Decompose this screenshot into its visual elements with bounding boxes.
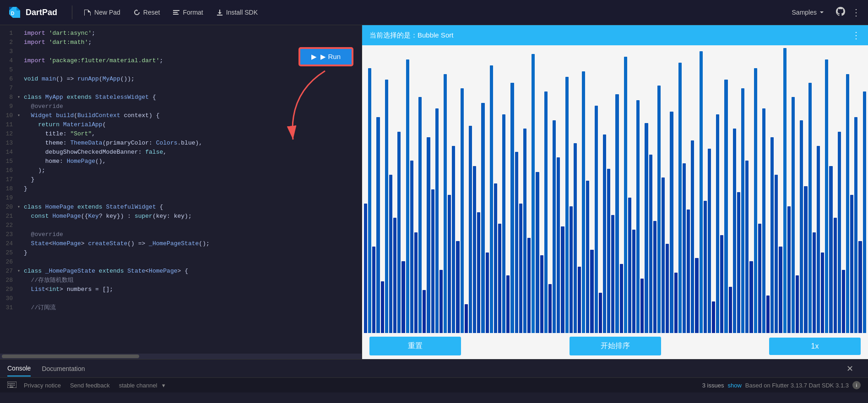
info-icon[interactable]: i [852, 381, 861, 389]
table-row: 24 State<HomePage> createState() => _Hom… [0, 239, 362, 248]
status-right: 3 issues show Based on Flutter 3.13.7 Da… [702, 381, 861, 389]
main-layout: 1 import 'dart:async'; 2 import 'dart:ma… [0, 25, 868, 359]
bar [825, 59, 828, 333]
bar [700, 51, 703, 333]
tab-console[interactable]: Console [7, 361, 31, 376]
table-row: 8 ▾ class MyApp extends StatelessWidget … [0, 93, 362, 102]
send-feedback-link[interactable]: Send feedback [70, 382, 110, 389]
bar [574, 143, 577, 333]
bar [779, 247, 782, 333]
chevron-down-icon [819, 9, 825, 16]
bar [607, 169, 610, 333]
reset-button[interactable]: Reset [129, 6, 165, 19]
sort-button[interactable]: 开始排序 [570, 337, 661, 355]
bar [385, 80, 388, 333]
bar [783, 48, 787, 333]
bar [640, 279, 644, 333]
bar [393, 218, 396, 333]
bar [636, 100, 640, 333]
bar [657, 86, 661, 333]
tab-documentation[interactable]: Documentation [42, 361, 85, 376]
bar [414, 232, 418, 333]
bar [704, 201, 707, 333]
bar [729, 287, 732, 333]
bar [448, 195, 451, 333]
bar [510, 83, 514, 333]
bar [376, 117, 380, 333]
bar [595, 106, 598, 333]
bar [666, 244, 669, 333]
channel-dropdown-icon[interactable]: ▾ [162, 382, 165, 389]
table-row: 5 [0, 65, 362, 75]
bar [737, 192, 740, 333]
svg-rect-4 [173, 10, 179, 11]
reset-button[interactable]: 重置 [369, 337, 461, 355]
privacy-notice-link[interactable]: Privacy notice [24, 382, 61, 389]
bar [850, 195, 853, 333]
topnav: D DartPad New Pad Reset Format Install S… [0, 0, 868, 25]
bar [553, 120, 556, 333]
github-icon[interactable] [835, 6, 846, 19]
table-row: 28 //存放随机数组 [0, 276, 362, 285]
bar [691, 140, 694, 333]
bar [842, 270, 845, 333]
bar [645, 123, 648, 333]
bar [586, 181, 589, 333]
editor-scrollbar[interactable] [0, 354, 362, 359]
svg-rect-11 [10, 383, 11, 384]
samples-button[interactable]: Samples [787, 6, 830, 19]
flutter-version-text: Based on Flutter 3.13.7 Dart SDK 3.1.3 [745, 382, 849, 389]
svg-text:D: D [11, 11, 14, 16]
bar [427, 137, 430, 333]
bar [364, 204, 367, 333]
format-button[interactable]: Format [168, 6, 207, 19]
bar [662, 177, 665, 333]
bar [741, 88, 744, 333]
table-row: 10 ▾ Widget build(BuildContext context) … [0, 111, 362, 120]
table-row: 30 [0, 294, 362, 303]
bar [519, 204, 522, 333]
bar [599, 293, 602, 333]
bar [532, 54, 535, 333]
bar [469, 126, 472, 333]
table-row: 20 ▾ class HomePage extends StatefulWidg… [0, 203, 362, 212]
bar [418, 97, 422, 333]
reset-icon [133, 9, 141, 16]
bar [754, 68, 757, 333]
code-editor[interactable]: 1 import 'dart:async'; 2 import 'dart:ma… [0, 25, 362, 354]
bar [804, 186, 807, 333]
bottom-tabs: Console Documentation ✕ [0, 360, 868, 378]
table-row: 29 List<int> numbers = []; [0, 285, 362, 294]
issues-count: 3 issues [702, 382, 724, 389]
scrollbar-thumb[interactable] [2, 355, 139, 358]
bar [834, 218, 837, 333]
install-sdk-label: Install SDK [226, 9, 258, 16]
bar [406, 59, 409, 333]
run-icon: ▶ [311, 53, 317, 61]
bar [687, 210, 690, 333]
bar [766, 296, 770, 333]
bar [787, 206, 791, 333]
svg-rect-19 [10, 387, 13, 387]
table-row: 21 const HomePage({Key? key}) : super(ke… [0, 212, 362, 221]
close-panel-button[interactable]: ✕ [846, 364, 853, 374]
bar [863, 91, 866, 333]
output-more-icon[interactable]: ⋮ [852, 30, 861, 41]
bar [561, 226, 564, 333]
speed-button[interactable]: 1x [769, 338, 861, 355]
new-pad-label: New Pad [94, 9, 120, 16]
bar [544, 91, 548, 333]
run-button-area: ▶ ▶ Run [299, 48, 353, 65]
bar [368, 68, 371, 333]
install-sdk-button[interactable]: Install SDK [212, 6, 262, 19]
table-row: 11 return MaterialApp( [0, 120, 362, 129]
editor-pane[interactable]: 1 import 'dart:async'; 2 import 'dart:ma… [0, 25, 362, 359]
bar [611, 215, 614, 333]
run-button[interactable]: ▶ ▶ Run [299, 48, 353, 65]
new-pad-button[interactable]: New Pad [80, 6, 125, 19]
more-options-icon[interactable]: ⋮ [852, 7, 861, 18]
show-issues-link[interactable]: show [727, 382, 741, 389]
bar [632, 230, 635, 333]
bar [481, 103, 484, 333]
nav-divider [72, 5, 72, 19]
